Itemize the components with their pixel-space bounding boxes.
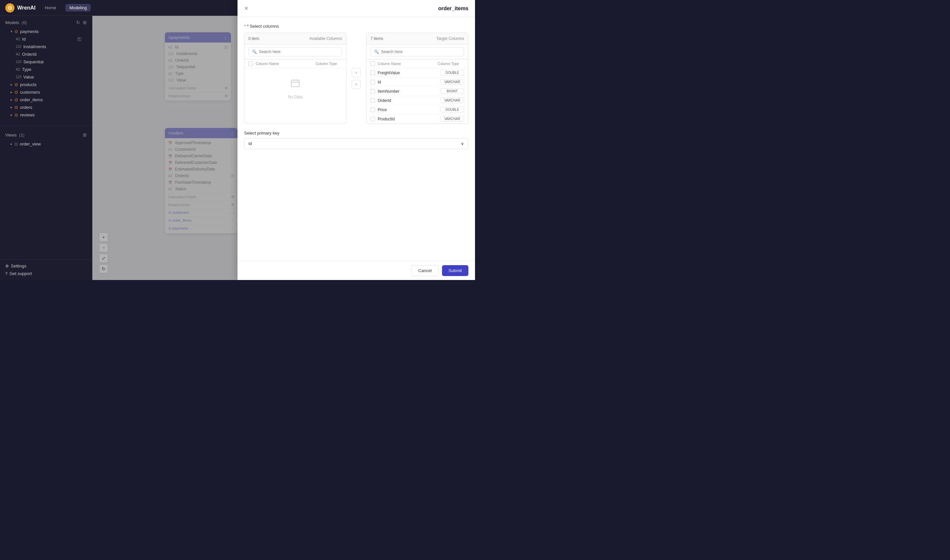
- sidebar-item-payments[interactable]: ▾ ⊙ payments: [5, 28, 87, 35]
- select-columns-label: * * Select columns: [244, 24, 468, 29]
- chevron-down-icon: ∨: [461, 141, 464, 146]
- target-panel-title: Target Columns: [436, 36, 464, 41]
- search-icon-target: 🔍: [374, 49, 379, 54]
- row-checkbox[interactable]: [370, 80, 375, 85]
- col-type-badge: DOUBLE: [440, 107, 464, 112]
- primary-key-section: Select primary key Id ∨: [244, 131, 468, 149]
- transfer-buttons: › ‹: [350, 33, 362, 124]
- sidebar-item-products[interactable]: ▸ ⊙ products: [5, 81, 87, 88]
- primary-key-select[interactable]: Id ∨: [244, 138, 468, 149]
- target-search-wrap: 🔍: [370, 47, 464, 56]
- col-name: OrderId: [378, 98, 438, 103]
- refresh-icon[interactable]: ↻: [76, 20, 80, 25]
- sidebar-field-id[interactable]: AZ Id ⚿: [5, 35, 87, 43]
- available-count: 0 item: [248, 36, 259, 41]
- add-model-icon[interactable]: ⊞: [83, 20, 87, 25]
- sidebar-field-sequential[interactable]: 123 Sequential: [5, 58, 87, 66]
- target-count: 7 items: [370, 36, 383, 41]
- sidebar-settings[interactable]: ⚙ Settings: [0, 262, 92, 270]
- sidebar-divider: [0, 125, 92, 126]
- target-columns-panel: 7 items Target Columns 🔍 Column Name Col…: [366, 33, 468, 124]
- select-all-available-checkbox[interactable]: [248, 62, 253, 66]
- col-type-badge: DOUBLE: [440, 70, 464, 75]
- table-row[interactable]: Id VARCHAR: [366, 77, 468, 87]
- views-header-title: Views (1): [5, 132, 25, 137]
- col-name: ProductId: [378, 117, 438, 122]
- sidebar: Models (6) ↻ ⊞ ▾ ⊙ payments AZ Id ⚿ 1: [0, 16, 92, 280]
- sidebar-field-value[interactable]: 123 Value: [5, 73, 87, 81]
- col-name: Price: [378, 108, 438, 112]
- add-view-icon[interactable]: ⊞: [83, 132, 87, 137]
- logo-icon: [5, 3, 14, 12]
- no-data-area: No Data: [245, 68, 346, 108]
- chevron-down-icon: ▾: [11, 29, 12, 34]
- target-search-box: 🔍: [366, 45, 468, 59]
- svg-point-1: [9, 7, 11, 9]
- chevron-right-icon: ▸: [11, 82, 12, 87]
- nav-modeling[interactable]: Modeling: [65, 4, 91, 12]
- col-name-header-available: Column Name: [256, 62, 313, 66]
- main-layout: Models (6) ↻ ⊞ ▾ ⊙ payments AZ Id ⚿ 1: [0, 16, 475, 280]
- sidebar-item-order-items[interactable]: ▸ ⊙ order_items: [5, 96, 87, 103]
- row-checkbox[interactable]: [370, 89, 375, 94]
- row-checkbox[interactable]: [370, 98, 375, 103]
- sidebar-item-reviews[interactable]: ▸ ⊙ reviews: [5, 111, 87, 119]
- available-search-input[interactable]: [259, 49, 339, 54]
- dialog-title: order_items: [438, 6, 468, 12]
- available-search-box: 🔍: [245, 45, 346, 59]
- row-checkbox[interactable]: [370, 108, 375, 112]
- target-col-header: Column Name Column Type: [366, 59, 468, 68]
- svg-rect-2: [291, 80, 299, 87]
- available-panel-header: 0 item Available Columns: [245, 33, 346, 45]
- app-name: WrenAI: [17, 5, 35, 11]
- row-checkbox[interactable]: [370, 71, 375, 75]
- available-columns-panel: 0 item Available Columns 🔍 Column Name C…: [244, 33, 346, 124]
- no-data-icon: [289, 77, 302, 93]
- transfer-right-button[interactable]: ›: [352, 68, 361, 77]
- cancel-button[interactable]: Cancel: [411, 265, 438, 276]
- dialog-footer: Cancel Submit: [237, 261, 475, 280]
- model-icon: ⊙: [14, 29, 18, 34]
- sidebar-field-orderid[interactable]: AZ OrderId: [5, 51, 87, 58]
- submit-button[interactable]: Submit: [442, 265, 468, 276]
- dialog-header: ✕ order_items: [237, 0, 475, 17]
- col-type-header-target: Column Type: [438, 62, 464, 66]
- sidebar-field-installments[interactable]: 123 Installments: [5, 43, 87, 51]
- nav-home[interactable]: Home: [42, 4, 59, 12]
- table-row[interactable]: Price DOUBLE: [366, 105, 468, 114]
- target-search-input[interactable]: [381, 49, 460, 54]
- models-header-title: Models (6): [5, 20, 27, 25]
- target-panel-header: 7 items Target Columns: [366, 33, 468, 45]
- search-icon: 🔍: [252, 49, 257, 54]
- sidebar-item-orders[interactable]: ▸ ⊙ orders: [5, 103, 87, 111]
- col-type-badge: VARCHAR: [440, 79, 464, 85]
- col-type-badge: VARCHAR: [440, 98, 464, 103]
- col-name: ItemNumber: [378, 89, 438, 94]
- available-panel-title: Available Columns: [309, 36, 342, 41]
- table-row[interactable]: OrderId VARCHAR: [366, 96, 468, 105]
- logo: WrenAI: [5, 3, 35, 12]
- close-button[interactable]: ✕: [244, 5, 248, 12]
- sidebar-item-order-view[interactable]: ▸ ⊡ order_view: [5, 140, 87, 148]
- table-row[interactable]: FreightValue DOUBLE: [366, 68, 468, 77]
- views-section: Views (1) ⊞ ▸ ⊡ order_view: [0, 128, 92, 152]
- table-row[interactable]: ProductId VARCHAR: [366, 114, 468, 124]
- sidebar-field-type[interactable]: AZ Type: [5, 66, 87, 73]
- sidebar-bottom: ⚙ Settings ? Get support: [0, 259, 92, 280]
- dialog-body: * * Select columns 0 item Available Colu…: [237, 17, 475, 261]
- sidebar-item-customers[interactable]: ▸ ⊙ customers: [5, 88, 87, 96]
- col-type-header-available: Column Type: [316, 62, 342, 66]
- col-type-badge: VARCHAR: [440, 116, 464, 122]
- sidebar-get-support[interactable]: ? Get support: [0, 270, 92, 277]
- transfer-left-button[interactable]: ‹: [352, 80, 361, 89]
- primary-key-label: Select primary key: [244, 131, 468, 135]
- available-col-header: Column Name Column Type: [245, 59, 346, 68]
- views-header: Views (1) ⊞: [5, 132, 87, 137]
- col-name: FreightValue: [378, 71, 438, 75]
- col-name-header-target: Column Name: [378, 62, 435, 66]
- available-search-wrap: 🔍: [248, 47, 342, 56]
- table-row[interactable]: ItemNumber BIGINT: [366, 87, 468, 96]
- models-section: Models (6) ↻ ⊞ ▾ ⊙ payments AZ Id ⚿ 1: [0, 16, 92, 123]
- row-checkbox[interactable]: [370, 117, 375, 122]
- select-all-target-checkbox[interactable]: [370, 62, 375, 66]
